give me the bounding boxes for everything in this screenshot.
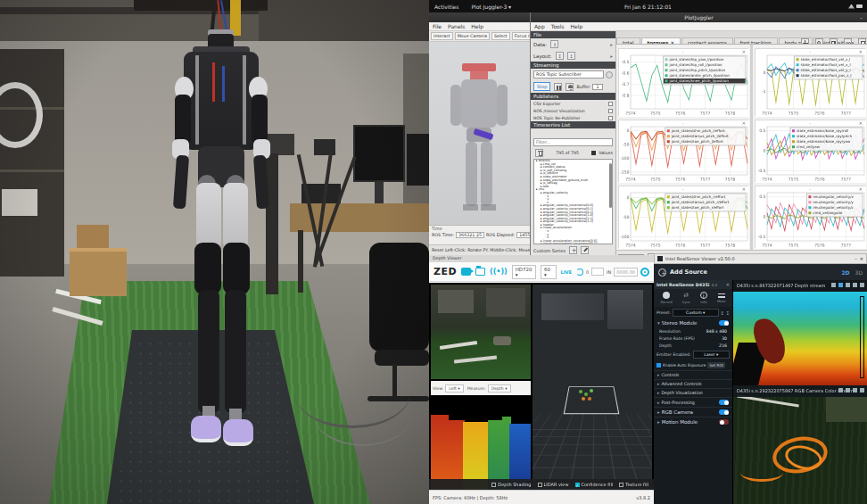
activities-button[interactable]: Activities xyxy=(434,4,458,10)
plot-left-3[interactable]: –✕ xyxy=(618,186,748,248)
stream-info-icon[interactable] xyxy=(860,388,864,392)
zed-toggle-checkbox[interactable]: ✓ xyxy=(575,483,580,487)
load-layout-icon[interactable]: ↧ xyxy=(556,52,564,60)
rs-color-stream[interactable]: D435i s.n.292322075867 RGB Camera Color … xyxy=(733,385,867,504)
plot-close-icon[interactable]: ✕ xyxy=(859,49,863,54)
add-source-plus-icon[interactable]: + xyxy=(658,269,666,277)
battery-icon[interactable] xyxy=(856,4,863,8)
stream-snapshot-icon[interactable] xyxy=(853,388,857,392)
mode-2d-button[interactable]: 2D xyxy=(841,269,849,276)
save-layout-icon[interactable]: ↥ xyxy=(567,52,575,60)
stream-info-icon[interactable] xyxy=(860,283,864,287)
auto-exposure-checkbox[interactable] xyxy=(656,363,661,368)
streaming-stop-button[interactable]: Stop xyxy=(533,82,550,91)
plot-close-icon[interactable]: ✕ xyxy=(742,120,746,126)
tree-scrollbar[interactable] xyxy=(609,163,612,208)
publisher-checkbox[interactable] xyxy=(608,116,613,120)
rviz-menu-panels[interactable]: Panels xyxy=(448,23,465,29)
plot-close-icon[interactable]: ✕ xyxy=(742,49,746,54)
values-checkbox[interactable] xyxy=(591,151,596,155)
emitter-select[interactable]: Laser ▾ xyxy=(693,351,730,359)
stream-icon[interactable]: ((•)) xyxy=(490,268,508,276)
preset-select[interactable]: Custom ▾ xyxy=(673,309,719,317)
rviz-3d-view[interactable] xyxy=(429,42,530,225)
pj-minimize-button[interactable]: – xyxy=(860,12,863,22)
rs-action-record[interactable]: Record xyxy=(661,292,673,304)
rs-titlebar[interactable]: Intel RealSense Viewer v2.50.0 – ✕ xyxy=(654,253,867,264)
rs-minimize-button[interactable]: – xyxy=(855,256,857,261)
layout-expand-icon[interactable]: ▸ xyxy=(610,54,613,59)
rec-field[interactable] xyxy=(591,268,604,276)
plot-right-1[interactable]: –✕ xyxy=(755,48,865,116)
publisher-checkbox[interactable] xyxy=(608,102,613,106)
plot-close-icon[interactable]: ✕ xyxy=(742,186,746,192)
add-custom-series-icon[interactable]: + xyxy=(569,246,577,254)
app-menu-button[interactable]: Plot Juggler-3 ▾ xyxy=(471,4,511,10)
plot-close-icon[interactable]: ✕ xyxy=(859,120,863,126)
plot-right-2[interactable]: –✕ xyxy=(755,120,865,182)
open-folder-icon[interactable] xyxy=(475,268,485,276)
zed-toggle-lidar-view[interactable]: LIDAR view xyxy=(538,482,569,487)
system-clock[interactable]: Fri Jan 6 21:12:01 xyxy=(624,4,672,10)
motion-module-toggle[interactable] xyxy=(719,419,729,425)
delete-series-trash-icon[interactable] xyxy=(535,149,543,157)
mode-3d-button[interactable]: 3D xyxy=(855,269,863,276)
rviz-menu-file[interactable]: File xyxy=(433,23,442,29)
edit-custom-series-icon[interactable] xyxy=(581,246,589,254)
rs-action-more[interactable]: More xyxy=(717,292,725,304)
load-data-icon[interactable]: ↥ xyxy=(550,40,558,48)
rs-subsection-advanced-controls[interactable]: ▸Advanced Controls xyxy=(654,379,732,388)
zed-depth-view[interactable] xyxy=(431,397,531,490)
tab-torques[interactable]: torques ✕ xyxy=(641,37,681,45)
rs-subsection-controls[interactable]: ▸Controls xyxy=(654,370,732,379)
publisher-checkbox[interactable] xyxy=(608,109,613,113)
rviz-tool-move-camera[interactable]: Move Camera xyxy=(455,32,490,40)
plot-left-2[interactable]: –✕ xyxy=(618,120,748,182)
rgb-camera-toggle[interactable] xyxy=(719,409,729,415)
plot-right-3[interactable]: –✕ xyxy=(755,186,865,248)
rviz-tool-interact[interactable]: Interact xyxy=(431,32,453,40)
buffer-spinner[interactable]: 1 xyxy=(592,84,602,90)
stream-pause-icon[interactable] xyxy=(846,283,850,287)
rs-subsection-post-processing[interactable]: ▸Post-Processing xyxy=(654,397,732,407)
plot-splitter[interactable] xyxy=(750,45,753,252)
notifications-bell-icon[interactable] xyxy=(566,83,574,91)
stream-graph-icon[interactable] xyxy=(838,283,843,287)
rs-close-button[interactable]: ✕ xyxy=(860,256,863,261)
timeseries-tree[interactable]: ▸ artemis▸ cmd_vel▸ contact_status▸ is_s… xyxy=(533,159,613,244)
rs-rgb-section-row[interactable]: ▸ RGB Camera xyxy=(654,407,732,417)
stream-pause-icon[interactable] xyxy=(846,388,850,392)
rs-subsection-depth-visualization[interactable]: ▸Depth Visualization xyxy=(654,388,732,397)
ros-time-value[interactable]: 366321.25 xyxy=(456,232,484,238)
pj-menu-tools[interactable]: Tools xyxy=(551,23,565,29)
zed-rgb-view[interactable] xyxy=(431,285,531,379)
zed-settings-gear-icon[interactable] xyxy=(640,268,649,277)
network-icon[interactable] xyxy=(848,4,855,9)
zed-toggle-checkbox[interactable] xyxy=(619,483,623,487)
zed-titlebar[interactable]: Depth Viewer xyxy=(429,255,654,262)
zed-3d-view[interactable] xyxy=(533,285,652,490)
view-select[interactable]: Left ▾ xyxy=(445,384,463,392)
measure-select[interactable]: Depth ▾ xyxy=(488,384,511,392)
zed-toggle-depth-shading[interactable]: Depth Shading xyxy=(491,482,531,487)
stream-grid-icon[interactable] xyxy=(838,388,843,392)
pj-menu-app[interactable]: App xyxy=(534,23,545,29)
move-tool-icon[interactable] xyxy=(801,38,809,45)
rviz-tool-select[interactable]: Select xyxy=(491,32,510,40)
time-field[interactable]: 0000.00 xyxy=(614,268,638,277)
rviz-menu-help[interactable]: Help xyxy=(471,23,483,29)
zed-toggle-texture-fill[interactable]: Texture fill xyxy=(619,482,648,487)
zed-toggle-checkbox[interactable] xyxy=(491,483,496,487)
pj-menu-help[interactable]: Help xyxy=(571,23,583,29)
rs-depth-stream[interactable]: D435i s.n.867322071467 Depth stream xyxy=(733,280,867,385)
rs-motion-section-row[interactable]: ▸ Motion Module xyxy=(654,417,732,426)
rs-action-sync[interactable]: ⇄Sync xyxy=(682,292,690,304)
zed-toggle-checkbox[interactable] xyxy=(538,483,542,487)
pause-icon[interactable] xyxy=(554,83,562,91)
pj-titlebar[interactable]: PlotJuggler – xyxy=(531,12,867,22)
streaming-source-select[interactable]: ROS Topic Subscriber xyxy=(533,70,604,78)
add-source-button[interactable]: Add Source xyxy=(670,269,707,276)
streaming-settings-gear-icon[interactable] xyxy=(606,71,613,78)
fps-select[interactable]: 60 ▾ xyxy=(541,265,557,279)
plot-left-1[interactable]: –✕ xyxy=(618,48,748,116)
